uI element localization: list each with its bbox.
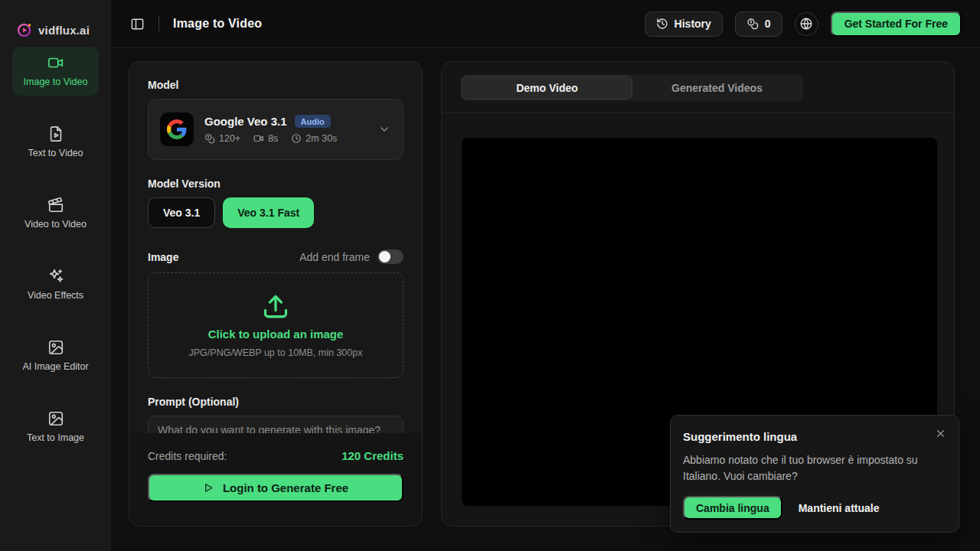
video-camera-icon (47, 54, 64, 71)
sidebar-item-ai-image-editor[interactable]: AI Image Editor (12, 331, 99, 380)
sidebar-item-text-to-video[interactable]: Text to Video (12, 118, 99, 167)
preview-tabs: Demo Video Generated Videos (460, 74, 803, 101)
clapperboard-icon (47, 197, 64, 214)
model-select[interactable]: Google Veo 3.1 Audio 120+ 8s 2m 30s (148, 99, 403, 160)
brand-name: vidflux.ai (38, 24, 90, 37)
preview-tabs-bar: Demo Video Generated Videos (442, 62, 954, 113)
google-logo-icon (160, 112, 194, 146)
toast-title: Suggerimento lingua (683, 430, 946, 443)
upload-icon (262, 293, 289, 321)
tab-generated-videos[interactable]: Generated Videos (632, 76, 802, 99)
generate-button-label: Login to Generate Free (223, 481, 348, 494)
image-icon (47, 339, 64, 356)
upload-hint: JPG/PNG/WEBP up to 10MB, min 300px (189, 347, 363, 358)
model-info: Google Veo 3.1 Audio 120+ 8s 2m 30s (204, 115, 368, 144)
sidebar-item-image-to-video[interactable]: Image to Video (12, 47, 99, 96)
credits-count: 0 (765, 18, 771, 30)
generation-form-panel: Model Google Veo 3.1 Audio 1 (129, 61, 423, 527)
chevron-down-icon (378, 123, 390, 135)
tab-demo-video[interactable]: Demo Video (462, 76, 632, 99)
audio-badge: Audio (295, 115, 331, 128)
model-version-label: Model Version (148, 178, 403, 190)
get-started-button[interactable]: Get Started For Free (831, 11, 962, 37)
sidebar-item-video-effects[interactable]: Video Effects (12, 260, 99, 309)
version-selector: Veo 3.1 Veo 3.1 Fast (148, 197, 403, 228)
model-duration-stat: 8s (253, 133, 278, 144)
credits-required-value: 120 Credits (341, 449, 403, 462)
change-language-button[interactable]: Cambia lingua (683, 496, 782, 520)
sidebar-nav: Image to Video Text to Video Video to Vi… (0, 44, 111, 452)
upload-title: Click to upload an image (208, 328, 344, 341)
credits-button[interactable]: 0 (735, 11, 782, 37)
sidebar-item-label: Image to Video (24, 77, 88, 87)
form-footer: Credits required: 120 Credits Login to G… (129, 433, 422, 526)
globe-icon (799, 17, 813, 31)
version-veo-3-1-button[interactable]: Veo 3.1 (148, 197, 215, 228)
keep-current-button[interactable]: Mantieni attuale (799, 502, 880, 514)
play-icon (203, 482, 214, 494)
sidebar: vidflux.ai Image to Video Text to Video (0, 0, 111, 551)
sidebar-toggle-icon[interactable] (130, 17, 145, 31)
model-credits-stat: 120+ (204, 133, 240, 144)
end-frame-toggle[interactable] (377, 249, 403, 264)
end-frame-control: Add end frame (299, 249, 403, 264)
history-label: History (675, 18, 711, 30)
toast-body: Abbiamo notato che il tuo browser è impo… (683, 452, 937, 484)
top-header: Image to Video History 0 (111, 0, 980, 48)
file-play-icon (47, 126, 64, 142)
coins-icon (746, 18, 759, 30)
history-button[interactable]: History (645, 11, 723, 37)
toast-actions: Cambia lingua Mantieni attuale (683, 496, 946, 520)
sidebar-item-label: Text to Image (27, 432, 84, 443)
header-actions: History 0 Get Started For Free (645, 11, 962, 37)
version-veo-3-1-fast-button[interactable]: Veo 3.1 Fast (223, 197, 314, 228)
page-title: Image to Video (173, 17, 262, 31)
vidflux-logo-icon (17, 22, 32, 37)
sparkles-icon (47, 268, 64, 285)
language-globe-button[interactable] (795, 12, 818, 36)
image-label: Image (148, 251, 178, 263)
end-frame-label: Add end frame (299, 251, 370, 263)
close-icon[interactable] (935, 428, 946, 439)
image-icon (47, 410, 64, 427)
sidebar-item-label: Text to Video (28, 148, 83, 158)
sidebar-item-label: Video to Video (24, 219, 87, 230)
prompt-label: Prompt (Optional) (148, 396, 403, 408)
brand-logo[interactable]: vidflux.ai (0, 0, 111, 44)
header-divider (158, 16, 159, 31)
sidebar-item-label: AI Image Editor (22, 361, 88, 372)
sidebar-item-text-to-image[interactable]: Text to Image (12, 403, 99, 452)
image-upload-dropzone[interactable]: Click to upload an image JPG/PNG/WEBP up… (148, 272, 403, 378)
model-label: Model (148, 79, 403, 91)
model-name: Google Veo 3.1 (204, 115, 287, 128)
sidebar-item-video-to-video[interactable]: Video to Video (12, 189, 99, 238)
generate-button[interactable]: Login to Generate Free (148, 474, 403, 502)
history-icon (656, 18, 668, 30)
sidebar-item-label: Video Effects (28, 290, 83, 301)
credits-required-label: Credits required: (148, 450, 227, 462)
toggle-knob (379, 251, 390, 262)
language-suggestion-toast: Suggerimento lingua Abbiamo notato che i… (670, 415, 959, 533)
model-time-stat: 2m 30s (291, 133, 337, 144)
